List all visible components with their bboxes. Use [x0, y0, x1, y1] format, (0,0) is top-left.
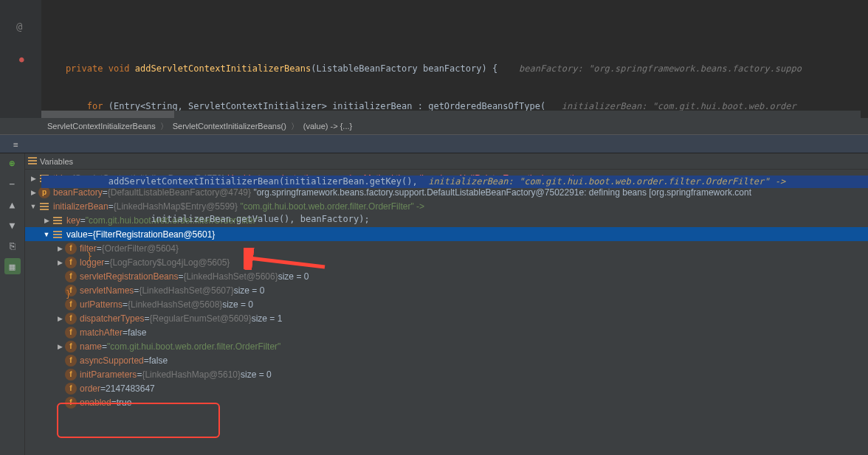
field-icon: f	[65, 355, 77, 367]
inline-hint: initializerBean: "com.git.hui.boot.web.o…	[562, 101, 796, 111]
code-text: addServletContextInitializerBeans	[135, 63, 311, 74]
var-initparameters[interactable]: f initParameters = {LinkedHashMap@5610} …	[25, 367, 868, 381]
expand-arrow-icon[interactable]: ▶	[28, 189, 38, 196]
var-enabled[interactable]: f enabled = true	[25, 395, 868, 409]
var-name-field[interactable]: ▶ f name = "com.git.hui.boot.web.order.f…	[25, 339, 868, 353]
var-value: true	[117, 397, 132, 408]
gutter-at-icon: @	[16, 21, 22, 32]
var-name: order	[80, 383, 100, 394]
var-value: size = 0	[241, 369, 272, 380]
add-watch-icon[interactable]: ⊕	[4, 155, 21, 171]
remove-icon[interactable]: −	[4, 176, 21, 192]
field-icon: f	[65, 341, 77, 352]
editor-gutter: @ ●	[0, 0, 41, 118]
code-text: }	[44, 289, 71, 299]
collapse-arrow-icon[interactable]: ▼	[28, 203, 38, 210]
var-value: false	[128, 327, 146, 338]
copy-icon[interactable]: ⎘	[4, 237, 21, 254]
code-text: }	[44, 251, 92, 262]
var-name: matchAfter	[80, 327, 123, 338]
var-name: initParameters	[80, 369, 137, 380]
up-icon[interactable]: ▲	[4, 196, 21, 212]
inline-hint: beanFactory: "org.springframework.beans.…	[519, 63, 802, 74]
var-name: enabled	[80, 397, 111, 408]
var-order[interactable]: f order = 2147483647	[25, 381, 868, 395]
var-type: {LinkedHashMap@5610}	[142, 369, 241, 380]
settings-icon[interactable]: ▦	[4, 258, 21, 274]
field-icon: f	[65, 327, 77, 338]
var-asyncsupported[interactable]: f asyncSupported = false	[25, 353, 868, 367]
code-text: addServletContextInitializerBean(initial…	[44, 176, 428, 187]
var-value: "com.git.hui.boot.web.order.filter.Order…	[107, 341, 280, 352]
var-value: 2147483647	[106, 383, 155, 394]
horizontal-scrollbar[interactable]	[41, 111, 861, 118]
code-text: private void	[44, 63, 135, 74]
var-matchafter[interactable]: f matchAfter = false	[25, 325, 868, 339]
code-text: initializerBean.getValue(), beanFactory)…	[44, 214, 370, 224]
expand-arrow-icon[interactable]: ▶	[28, 175, 38, 182]
debug-sidebar: ⊕ − ▲ ▼ ⎘ ▦	[0, 153, 25, 455]
var-value: false	[149, 355, 168, 366]
bars-icon	[28, 157, 37, 166]
field-icon: f	[65, 369, 77, 381]
expand-arrow-icon[interactable]: ▶	[55, 343, 65, 350]
drag-handle-icon[interactable]: ≡	[13, 140, 18, 150]
code-text: (ListableBeanFactory beanFactory) {	[311, 63, 519, 74]
code-editor[interactable]: @ ● private void addServletContextInitia…	[0, 0, 868, 118]
inline-hint: initializerBean: "com.git.hui.boot.web.o…	[428, 176, 785, 187]
panel-divider[interactable]: ≡	[0, 134, 868, 153]
breakpoint-icon[interactable]: ●	[19, 55, 24, 64]
field-icon: f	[65, 397, 77, 409]
field-icon: f	[65, 383, 77, 395]
down-icon[interactable]: ▼	[4, 217, 21, 233]
var-name: asyncSupported	[80, 355, 144, 366]
code-lines: private void addServletContextInitialize…	[41, 0, 868, 326]
scrollbar-thumb[interactable]	[41, 111, 174, 118]
var-name: name	[80, 341, 102, 352]
